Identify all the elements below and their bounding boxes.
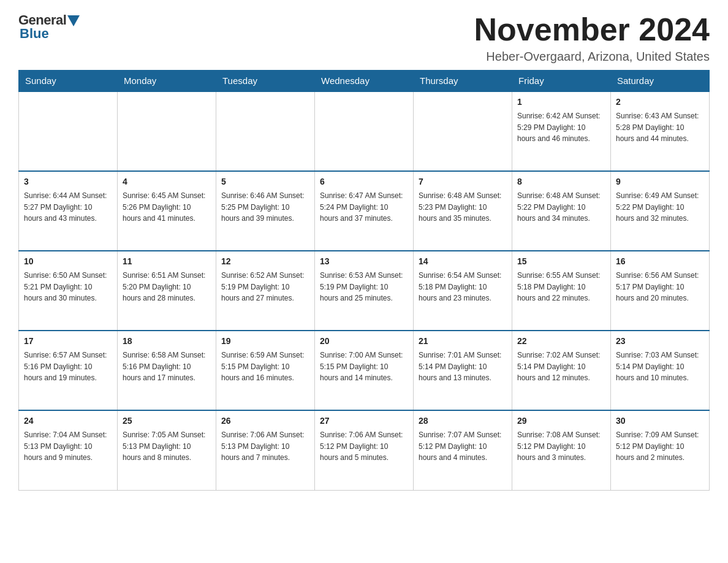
calendar-day-cell xyxy=(414,91,512,171)
day-info: Sunrise: 6:44 AM Sunset: 5:27 PM Dayligh… xyxy=(24,190,112,224)
calendar-day-cell: 22Sunrise: 7:02 AM Sunset: 5:14 PM Dayli… xyxy=(512,331,611,410)
calendar-day-cell: 28Sunrise: 7:07 AM Sunset: 5:12 PM Dayli… xyxy=(414,410,512,490)
calendar-day-cell: 25Sunrise: 7:05 AM Sunset: 5:13 PM Dayli… xyxy=(118,410,216,490)
day-number: 30 xyxy=(616,415,704,427)
calendar-day-cell: 7Sunrise: 6:48 AM Sunset: 5:23 PM Daylig… xyxy=(414,171,512,251)
day-number: 25 xyxy=(123,415,211,427)
weekday-header-row: SundayMondayTuesdayWednesdayThursdayFrid… xyxy=(19,71,710,92)
day-number: 24 xyxy=(24,415,112,427)
calendar-day-cell: 16Sunrise: 6:56 AM Sunset: 5:17 PM Dayli… xyxy=(611,251,710,331)
calendar-day-cell: 9Sunrise: 6:49 AM Sunset: 5:22 PM Daylig… xyxy=(611,171,710,251)
weekday-header-sunday: Sunday xyxy=(19,71,118,92)
calendar-day-cell xyxy=(19,91,118,171)
calendar-day-cell: 27Sunrise: 7:06 AM Sunset: 5:12 PM Dayli… xyxy=(315,410,414,490)
day-number: 8 xyxy=(517,175,605,188)
calendar-day-cell: 5Sunrise: 6:46 AM Sunset: 5:25 PM Daylig… xyxy=(216,171,315,251)
day-number: 7 xyxy=(419,175,507,188)
calendar-day-cell: 14Sunrise: 6:54 AM Sunset: 5:18 PM Dayli… xyxy=(414,251,512,331)
day-info: Sunrise: 6:53 AM Sunset: 5:19 PM Dayligh… xyxy=(320,270,408,304)
day-info: Sunrise: 7:01 AM Sunset: 5:14 PM Dayligh… xyxy=(419,350,507,384)
weekday-header-monday: Monday xyxy=(118,71,216,92)
day-number: 17 xyxy=(24,335,112,348)
weekday-header-wednesday: Wednesday xyxy=(315,71,414,92)
day-number: 26 xyxy=(221,415,309,427)
calendar-day-cell xyxy=(118,91,216,171)
logo-arrow-icon xyxy=(67,15,80,26)
day-number: 21 xyxy=(419,335,507,348)
day-info: Sunrise: 6:57 AM Sunset: 5:16 PM Dayligh… xyxy=(24,350,112,384)
month-title: November 2024 xyxy=(474,12,710,47)
day-info: Sunrise: 7:08 AM Sunset: 5:12 PM Dayligh… xyxy=(517,429,605,464)
day-info: Sunrise: 7:07 AM Sunset: 5:12 PM Dayligh… xyxy=(419,429,507,464)
calendar-header: SundayMondayTuesdayWednesdayThursdayFrid… xyxy=(19,71,710,92)
day-info: Sunrise: 6:43 AM Sunset: 5:28 PM Dayligh… xyxy=(616,110,704,145)
day-number: 3 xyxy=(24,175,112,188)
weekday-header-tuesday: Tuesday xyxy=(216,71,315,92)
calendar-day-cell xyxy=(315,91,414,171)
calendar-day-cell: 13Sunrise: 6:53 AM Sunset: 5:19 PM Dayli… xyxy=(315,251,414,331)
calendar-day-cell: 12Sunrise: 6:52 AM Sunset: 5:19 PM Dayli… xyxy=(216,251,315,331)
day-number: 18 xyxy=(123,335,211,348)
day-number: 12 xyxy=(221,255,309,268)
calendar-day-cell: 29Sunrise: 7:08 AM Sunset: 5:12 PM Dayli… xyxy=(512,410,611,490)
day-info: Sunrise: 7:06 AM Sunset: 5:13 PM Dayligh… xyxy=(221,429,309,464)
logo: General Blue xyxy=(18,12,80,42)
calendar-body: 1Sunrise: 6:42 AM Sunset: 5:29 PM Daylig… xyxy=(19,91,710,490)
day-info: Sunrise: 6:46 AM Sunset: 5:25 PM Dayligh… xyxy=(221,190,309,224)
day-number: 5 xyxy=(221,175,309,188)
calendar-day-cell: 4Sunrise: 6:45 AM Sunset: 5:26 PM Daylig… xyxy=(118,171,216,251)
day-info: Sunrise: 7:04 AM Sunset: 5:13 PM Dayligh… xyxy=(24,429,112,464)
calendar-day-cell: 20Sunrise: 7:00 AM Sunset: 5:15 PM Dayli… xyxy=(315,331,414,410)
day-number: 10 xyxy=(24,255,112,268)
day-info: Sunrise: 7:02 AM Sunset: 5:14 PM Dayligh… xyxy=(517,350,605,384)
calendar-day-cell: 30Sunrise: 7:09 AM Sunset: 5:12 PM Dayli… xyxy=(611,410,710,490)
day-number: 13 xyxy=(320,255,408,268)
calendar-week-row: 10Sunrise: 6:50 AM Sunset: 5:21 PM Dayli… xyxy=(19,251,710,331)
day-info: Sunrise: 6:48 AM Sunset: 5:22 PM Dayligh… xyxy=(517,190,605,224)
calendar-day-cell: 2Sunrise: 6:43 AM Sunset: 5:28 PM Daylig… xyxy=(611,91,710,171)
page-header: General Blue November 2024 Heber-Overgaa… xyxy=(18,12,710,64)
day-info: Sunrise: 6:48 AM Sunset: 5:23 PM Dayligh… xyxy=(419,190,507,224)
day-info: Sunrise: 6:42 AM Sunset: 5:29 PM Dayligh… xyxy=(517,110,605,145)
day-number: 27 xyxy=(320,415,408,427)
calendar-day-cell xyxy=(216,91,315,171)
day-info: Sunrise: 6:58 AM Sunset: 5:16 PM Dayligh… xyxy=(123,350,211,384)
day-number: 6 xyxy=(320,175,408,188)
calendar-week-row: 1Sunrise: 6:42 AM Sunset: 5:29 PM Daylig… xyxy=(19,91,710,171)
day-number: 4 xyxy=(123,175,211,188)
day-number: 11 xyxy=(123,255,211,268)
day-info: Sunrise: 7:09 AM Sunset: 5:12 PM Dayligh… xyxy=(616,429,704,464)
day-number: 22 xyxy=(517,335,605,348)
title-section: November 2024 Heber-Overgaard, Arizona, … xyxy=(474,12,710,64)
calendar-day-cell: 21Sunrise: 7:01 AM Sunset: 5:14 PM Dayli… xyxy=(414,331,512,410)
day-info: Sunrise: 6:52 AM Sunset: 5:19 PM Dayligh… xyxy=(221,270,309,304)
calendar-day-cell: 24Sunrise: 7:04 AM Sunset: 5:13 PM Dayli… xyxy=(19,410,118,490)
weekday-header-saturday: Saturday xyxy=(611,71,710,92)
weekday-header-friday: Friday xyxy=(512,71,611,92)
calendar-day-cell: 3Sunrise: 6:44 AM Sunset: 5:27 PM Daylig… xyxy=(19,171,118,251)
calendar-day-cell: 1Sunrise: 6:42 AM Sunset: 5:29 PM Daylig… xyxy=(512,91,611,171)
day-info: Sunrise: 6:50 AM Sunset: 5:21 PM Dayligh… xyxy=(24,270,112,304)
day-number: 14 xyxy=(419,255,507,268)
calendar-week-row: 17Sunrise: 6:57 AM Sunset: 5:16 PM Dayli… xyxy=(19,331,710,410)
weekday-header-thursday: Thursday xyxy=(414,71,512,92)
day-info: Sunrise: 7:00 AM Sunset: 5:15 PM Dayligh… xyxy=(320,350,408,384)
calendar-day-cell: 18Sunrise: 6:58 AM Sunset: 5:16 PM Dayli… xyxy=(118,331,216,410)
calendar-day-cell: 19Sunrise: 6:59 AM Sunset: 5:15 PM Dayli… xyxy=(216,331,315,410)
day-number: 28 xyxy=(419,415,507,427)
calendar-week-row: 24Sunrise: 7:04 AM Sunset: 5:13 PM Dayli… xyxy=(19,410,710,490)
day-info: Sunrise: 7:05 AM Sunset: 5:13 PM Dayligh… xyxy=(123,429,211,464)
day-number: 2 xyxy=(616,96,704,109)
day-info: Sunrise: 6:56 AM Sunset: 5:17 PM Dayligh… xyxy=(616,270,704,304)
calendar-day-cell: 6Sunrise: 6:47 AM Sunset: 5:24 PM Daylig… xyxy=(315,171,414,251)
logo-blue-text: Blue xyxy=(20,26,49,42)
calendar-table: SundayMondayTuesdayWednesdayThursdayFrid… xyxy=(18,70,710,491)
day-info: Sunrise: 7:06 AM Sunset: 5:12 PM Dayligh… xyxy=(320,429,408,464)
calendar-day-cell: 8Sunrise: 6:48 AM Sunset: 5:22 PM Daylig… xyxy=(512,171,611,251)
calendar-day-cell: 23Sunrise: 7:03 AM Sunset: 5:14 PM Dayli… xyxy=(611,331,710,410)
calendar-day-cell: 26Sunrise: 7:06 AM Sunset: 5:13 PM Dayli… xyxy=(216,410,315,490)
day-number: 20 xyxy=(320,335,408,348)
calendar-day-cell: 11Sunrise: 6:51 AM Sunset: 5:20 PM Dayli… xyxy=(118,251,216,331)
calendar-week-row: 3Sunrise: 6:44 AM Sunset: 5:27 PM Daylig… xyxy=(19,171,710,251)
day-number: 9 xyxy=(616,175,704,188)
